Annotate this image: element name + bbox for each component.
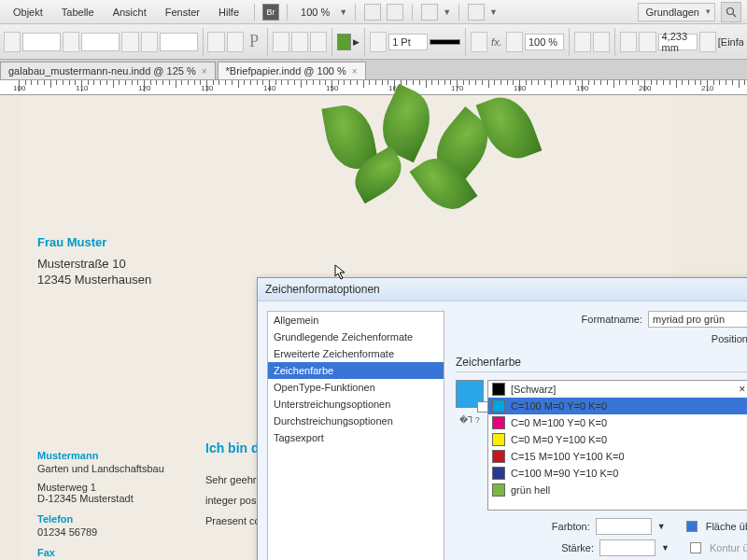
- street: Musterstraße 10: [37, 257, 151, 271]
- leaf-image: [299, 86, 626, 254]
- einfach-label: [Einfac: [718, 36, 743, 48]
- field-2[interactable]: [81, 33, 120, 51]
- menu-tabelle[interactable]: Tabelle: [54, 3, 102, 21]
- fx-icon[interactable]: [471, 32, 487, 52]
- link-icon[interactable]: [121, 32, 138, 52]
- swatch-row[interactable]: C=0 M=100 Y=0 K=0: [488, 414, 747, 431]
- category-item[interactable]: Erweiterte Zeichenformate: [268, 345, 444, 362]
- category-item[interactable]: Durchstreichungsoptionen: [268, 413, 444, 429]
- address-block[interactable]: Frau Muster Musterstraße 10 12345 Muster…: [37, 235, 151, 288]
- position-label: Position:: [712, 333, 747, 344]
- svg-point-0: [727, 7, 734, 14]
- menu-bar: Objekt Tabelle Ansicht Fenster Hilfe Br …: [0, 0, 747, 24]
- stroke-style[interactable]: [430, 39, 460, 45]
- menu-fenster[interactable]: Fenster: [158, 3, 207, 21]
- dialog-title: Zeichenformatoptionen: [258, 278, 747, 301]
- company-name: Mustermann: [37, 450, 164, 461]
- stroke-type-icon[interactable]: [370, 32, 387, 52]
- tool-icon[interactable]: [141, 32, 158, 52]
- formatname-input[interactable]: [648, 311, 747, 328]
- category-item[interactable]: Zeichenfarbe: [268, 362, 444, 379]
- tab-galabau[interactable]: galabau_mustermann-neu.indd @ 125 %×: [0, 62, 216, 79]
- char-style-options-dialog: Zeichenformatoptionen AllgemeinGrundlege…: [257, 277, 747, 560]
- menu-hilfe[interactable]: Hilfe: [211, 3, 247, 21]
- swatch-row[interactable]: grün hell: [488, 482, 747, 498]
- workspace-dropdown[interactable]: Grundlagen: [638, 3, 716, 21]
- tint-field[interactable]: [596, 518, 652, 535]
- section-header: Zeichenfarbe: [456, 356, 747, 372]
- swatch-row[interactable]: C=100 M=90 Y=10 K=0: [488, 465, 747, 482]
- view-icon-1[interactable]: [364, 4, 381, 21]
- align-icon[interactable]: [273, 32, 289, 52]
- fill-stroke-proxy[interactable]: [456, 380, 484, 408]
- menu-objekt[interactable]: Objekt: [6, 3, 50, 21]
- text-wrap-icon[interactable]: [593, 32, 610, 52]
- menu-ansicht[interactable]: Ansicht: [106, 3, 154, 21]
- opacity-field[interactable]: 100 %: [525, 34, 564, 50]
- align-icon[interactable]: [291, 32, 308, 52]
- search-icon[interactable]: [721, 2, 741, 22]
- category-item[interactable]: Grundlegende Zeichenformate: [268, 329, 444, 345]
- stroke-checkbox[interactable]: [690, 542, 701, 553]
- category-item[interactable]: Allgemein: [268, 312, 444, 329]
- close-icon[interactable]: ×: [352, 66, 358, 77]
- category-item[interactable]: OpenType-Funktionen: [268, 379, 444, 396]
- field-1[interactable]: [22, 33, 61, 51]
- swatch-row[interactable]: C=0 M=0 Y=100 K=0: [488, 431, 747, 448]
- recipient-name: Frau Muster: [37, 235, 151, 249]
- zoom-level[interactable]: 100 %: [295, 5, 335, 20]
- link-icon[interactable]: [639, 32, 655, 52]
- bridge-icon[interactable]: Br: [262, 4, 279, 21]
- canvas: Frau Muster Musterstraße 10 12345 Muster…: [0, 95, 747, 560]
- tool-icon[interactable]: [227, 32, 244, 52]
- fill-swatch[interactable]: [337, 34, 351, 50]
- opacity-icon[interactable]: [506, 32, 523, 52]
- swatch-row[interactable]: C=15 M=100 Y=100 K=0: [488, 448, 747, 465]
- char-style-icon[interactable]: [207, 32, 224, 52]
- weight-field[interactable]: [599, 539, 655, 556]
- tab-briefpapier[interactable]: *Briefpapier.indd @ 100 %×: [218, 62, 366, 79]
- document-tabs: galabau_mustermann-neu.indd @ 125 %× *Br…: [0, 60, 747, 80]
- city: 12345 Musterhausen: [37, 273, 151, 287]
- tool-icon[interactable]: [63, 32, 79, 52]
- arrange-icon[interactable]: [468, 4, 485, 21]
- view-icon-2[interactable]: [387, 4, 403, 21]
- tool-icon[interactable]: [699, 32, 716, 52]
- control-panel: P ▶ 1 Pt fx. 100 % 4,233 mm [Einfac: [0, 24, 747, 60]
- swatch-list[interactable]: [Schwarz]✕C=100 M=0 Y=0 K=0C=0 M=100 Y=0…: [487, 380, 747, 511]
- tool-icon[interactable]: [4, 32, 21, 52]
- formatname-label: Formatname:: [582, 314, 642, 325]
- swatch-row[interactable]: C=100 M=0 Y=0 K=0: [488, 398, 747, 414]
- sender-block[interactable]: Mustermann Garten und Landschaftsbau Mus…: [37, 441, 164, 560]
- stroke-weight[interactable]: 1 Pt: [388, 34, 428, 50]
- close-icon[interactable]: ×: [202, 66, 207, 77]
- frame-icon[interactable]: [620, 32, 637, 52]
- fill-checkbox[interactable]: [686, 521, 698, 532]
- category-item[interactable]: Tagsexport: [268, 429, 444, 446]
- measure-field[interactable]: 4,233 mm: [658, 34, 698, 50]
- svg-line-1: [733, 14, 736, 17]
- swatch-row[interactable]: [Schwarz]✕: [488, 381, 747, 398]
- align-icon[interactable]: [310, 32, 327, 52]
- field-3[interactable]: [160, 33, 198, 51]
- screen-mode-icon[interactable]: [421, 4, 438, 21]
- dialog-category-list[interactable]: AllgemeinGrundlegende ZeichenformateErwe…: [267, 311, 444, 560]
- category-item[interactable]: Unterstreichungsoptionen: [268, 396, 444, 413]
- paragraph-icon[interactable]: P: [246, 32, 262, 51]
- text-wrap-icon[interactable]: [574, 32, 591, 52]
